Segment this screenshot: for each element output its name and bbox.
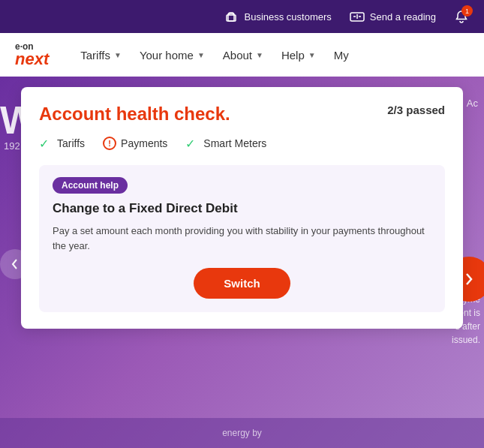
nav-your-home[interactable]: Your home ▼ [140, 49, 205, 62]
check-icon: ✓ [185, 137, 199, 150]
account-help-card: Account help Change to a Fixed Direct De… [39, 165, 445, 312]
top-bar: Business customers Send a reading 1 [0, 0, 484, 33]
chevron-down-icon: ▼ [197, 51, 205, 59]
modal-header: Account health check. 2/3 passed [39, 104, 445, 125]
chevron-down-icon: ▼ [256, 51, 263, 59]
hero-area: Wo 192 G Ac t paym payme ment is s after… [0, 77, 484, 448]
modal-title: Account health check. [39, 104, 230, 125]
inner-card-description: Pay a set amount each month providing yo… [53, 224, 431, 253]
meter-icon [350, 9, 365, 24]
modal-overlay: Account health check. 2/3 passed ✓ Tarif… [0, 77, 484, 448]
briefcase-icon [224, 9, 239, 24]
business-customers-link[interactable]: Business customers [224, 9, 331, 24]
inner-card-title: Change to a Fixed Direct Debit [53, 201, 431, 216]
notification-count: 1 [461, 5, 473, 17]
notification-bell[interactable]: 1 [454, 9, 469, 24]
warning-icon: ! [103, 137, 116, 150]
send-reading-link[interactable]: Send a reading [350, 9, 436, 24]
status-tariffs: ✓ Tariffs [39, 137, 85, 150]
nav-about[interactable]: About ▼ [223, 49, 263, 62]
modal-passed-count: 2/3 passed [387, 104, 445, 116]
nav-bar: e·on next Tariffs ▼ Your home ▼ About ▼ … [0, 33, 484, 77]
chevron-down-icon: ▼ [114, 51, 122, 59]
nav-items: Tariffs ▼ Your home ▼ About ▼ Help ▼ My [80, 49, 469, 62]
check-icon: ✓ [39, 137, 53, 150]
chevron-down-icon: ▼ [308, 51, 316, 59]
health-check-status-row: ✓ Tariffs ! Payments ✓ Smart Meters [39, 137, 445, 150]
account-help-badge: Account help [53, 177, 128, 194]
nav-tariffs[interactable]: Tariffs ▼ [80, 49, 122, 62]
status-smart-meters: ✓ Smart Meters [185, 137, 266, 150]
logo[interactable]: e·on next [15, 42, 49, 68]
nav-my[interactable]: My [334, 49, 349, 62]
logo-next: next [15, 51, 49, 68]
switch-button[interactable]: Switch [194, 268, 290, 299]
status-payments: ! Payments [103, 137, 167, 150]
nav-help[interactable]: Help ▼ [281, 49, 316, 62]
account-health-check-modal: Account health check. 2/3 passed ✓ Tarif… [21, 87, 463, 329]
